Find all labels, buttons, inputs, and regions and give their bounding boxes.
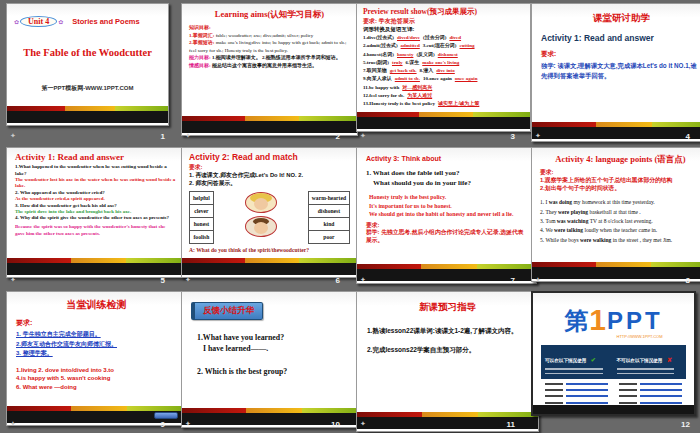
animation-star-icon: ✦	[360, 276, 366, 284]
slide-cell-7: Activity 3: Think about 1. What does the…	[350, 144, 525, 288]
requirement-2: 2. 师友问答展示。	[189, 180, 350, 188]
preview-task: 2.完成lessons22学案自主预习部分。	[367, 345, 528, 355]
exercise-row: 11.be happy with对—感到高兴	[363, 84, 524, 92]
answer-4: Because the spirit was so happy with the…	[15, 224, 176, 238]
question-1: 1.What happened to the woodcutter when h…	[15, 164, 176, 178]
exercise-row: 12.feel sorry for sb.为某人难过	[363, 92, 524, 100]
slide-title: Activity 3: Think about	[366, 155, 527, 162]
think-question-2: What should you do in your life?	[373, 178, 527, 188]
exercise-row: 1.dive(过去式)dived/dove(过去分词)dived	[363, 34, 524, 42]
1ppt-logo: 第 1 PPT	[539, 307, 688, 333]
slide-cell-4: 课堂研讨助学 Activity 1: Read and answer 要求: 独…	[525, 0, 700, 144]
check-icon: ✔	[591, 357, 596, 363]
banner-title: 反馈小结升华	[191, 302, 263, 320]
ability-goal-label: 能力目标:	[189, 55, 211, 60]
slide-title: Learning aims(认知学习目标)	[189, 9, 350, 21]
slide-number: 8	[686, 276, 690, 285]
task-item: 2.师友互动合作交流学友向师傅汇报。	[16, 340, 177, 350]
summary-question-2: 2. Which is the best group?	[197, 366, 352, 377]
animation-star-icon: ✦	[10, 276, 16, 284]
answer-3: The spirit dove into the lake and brough…	[15, 209, 176, 216]
slide-7-thumbnail[interactable]: Activity 3: Think about 1. What does the…	[356, 147, 537, 284]
moral-answer: Honesty truly is the best policy.	[369, 193, 527, 202]
fine-print-placeholder	[617, 368, 675, 376]
slide-number: 7	[511, 276, 515, 285]
slide-cell-5: Activity 1: Read and answer 1.What happe…	[0, 144, 175, 288]
slide-number: 2	[336, 132, 340, 141]
slide-cell-8: Activity 4: language points (语言点) 要求: 1.…	[525, 144, 700, 288]
slide-footer-decoration	[7, 106, 168, 123]
animation-star-icon: ✦	[185, 276, 191, 284]
slide-title: Activity 4: language points (语言点)	[540, 154, 700, 166]
slide-number: 5	[161, 276, 165, 285]
requirement-label: 要求:	[16, 318, 177, 328]
slide-cell-12: 第 1 PPT HTTP://WWW.1PPT.COM 可以在以下情况使用 ✔ …	[525, 288, 700, 432]
requirement-text: 群学: 先独立思考,然后小组内合作讨论完成专人记录,选派代表展示。	[366, 229, 527, 244]
slide-number: 4	[686, 132, 690, 141]
example-sentence: 4. We were talking loudly when the teach…	[540, 226, 700, 235]
example-sentence: 5. While the boys were walking in the st…	[540, 236, 700, 245]
slide-title: 当堂训练检测	[16, 298, 177, 312]
exercise-row: 13.Honesty truly is the best policy诚实至上/…	[363, 100, 524, 108]
exercise-subtitle: 词形转换及短语互译:	[363, 26, 524, 33]
exercise-row: 7.取回某物get back sth.8.潜入dive into	[363, 67, 524, 75]
vocab-text: fable; woodcutter; axe; dive;admit; silv…	[216, 33, 314, 38]
activity-heading: Activity 1: Read and answer	[541, 33, 700, 43]
right-word-table: warm-hearted dishonest kind poor	[308, 191, 350, 244]
slide-title: 新课预习指导	[367, 301, 528, 314]
slide-number: 12	[681, 420, 690, 429]
allowed-usage-title: 可以在以下情况使用	[545, 358, 586, 363]
animation-star-icon: ✦	[360, 420, 366, 428]
spirit-picture	[245, 192, 277, 213]
animation-star-icon: ✦	[185, 420, 191, 428]
answer-key-line: 6. What were —doing	[16, 383, 177, 392]
animation-star-icon: ✦	[360, 132, 366, 140]
usage-terms-banner: 可以在以下情况使用 ✔ 不可以在以下情况使用 ✘	[541, 345, 686, 379]
exercise-row: 5.true(副词)truly6.谋生make one's living	[363, 59, 524, 67]
unit-badge: Unit 4	[20, 16, 57, 27]
summary-answer-stem: I have learned——.	[203, 343, 352, 354]
requirement-2: 2.划出每个句子中的时间状语。	[540, 185, 700, 193]
slide-3-thumbnail[interactable]: Preview result show(预习成果展示) 要求: 学友抢答展示 词…	[356, 3, 531, 132]
unit-topic: Stories and Poems	[72, 17, 140, 26]
slide-cell-11: 新课预习指导 1.熟读lesson22课单词:读课文1-2遍,了解课文内容。 2…	[350, 288, 525, 432]
slide-2-thumbnail[interactable]: Learning aims(认知学习目标) 知识目标: 1.掌握词汇: fabl…	[181, 3, 358, 136]
woodcutter-picture	[245, 216, 277, 237]
slide-10-thumbnail[interactable]: 反馈小结升华 1.What have you learned? I have l…	[181, 291, 362, 428]
cross-icon: ✘	[667, 357, 672, 363]
emotion-goal-text: 能总结出这个寓言故事的寓意并用来指导生活。	[212, 63, 317, 68]
slide-5-thumbnail[interactable]: Activity 1: Read and answer 1.What happe…	[6, 147, 185, 278]
moral-answer: We should get into the habit of honesty …	[369, 210, 527, 219]
template-source: 第一PPT模板网-WWW.1PPT.COM	[7, 84, 168, 93]
moral-answer: It's important for us to be honest.	[369, 202, 527, 211]
slide-4-thumbnail[interactable]: 课堂研讨助学 Activity 1: Read and answer 要求: 独…	[531, 3, 700, 142]
animation-star-icon: ✦	[10, 420, 16, 428]
slide-1-header: ✿ Unit 4 ✿ Stories and Poems	[13, 16, 164, 27]
slide-sorter-grid: ✿ Unit 4 ✿ Stories and Poems The Fable o…	[0, 0, 700, 433]
slide-12-thumbnail[interactable]: 第 1 PPT HTTP://WWW.1PPT.COM 可以在以下情况使用 ✔ …	[531, 291, 696, 416]
knowledge-goal-label: 知识目标:	[189, 25, 211, 30]
slide-cell-9: 当堂训练检测 要求: 1. 学生独立自主完成全部题目。 2.师友互动合作交流学友…	[0, 288, 175, 432]
requirement-label: 要求:	[541, 50, 700, 59]
example-sentence: 2. They were playing basketball at that …	[540, 208, 700, 217]
slide-cell-6: Activity 2: Read and match 要求: 1. 再读课文,师…	[175, 144, 350, 288]
slide-11-thumbnail[interactable]: 新课预习指导 1.熟读lesson22课单词:读课文1-2遍,了解课文内容。 2…	[356, 291, 539, 432]
requirement-label: 要求:	[540, 169, 700, 177]
slide-cell-3: Preview result show(预习成果展示) 要求: 学友抢答展示 词…	[350, 0, 525, 144]
slide-cell-1: ✿ Unit 4 ✿ Stories and Poems The Fable o…	[0, 0, 175, 144]
instruction-text: 独学: 读课文,理解课文大意,完成课本Let's do it NO.1,谁先得到…	[541, 61, 700, 81]
slide-title: 课堂研讨助学	[541, 12, 700, 25]
slide-cell-2: Learning aims(认知学习目标) 知识目标: 1.掌握词汇: fabl…	[175, 0, 350, 144]
slide-6-thumbnail[interactable]: Activity 2: Read and match 要求: 1. 再读课文,师…	[181, 147, 358, 278]
requirement-label: 要求:	[189, 163, 350, 172]
slide-number: 6	[336, 276, 340, 285]
requirement-1: 1. 再读课文,师友合作完成Let's Do It! NO. 2.	[189, 172, 350, 180]
slide-9-thumbnail[interactable]: 当堂训练检测 要求: 1. 学生独立自主完成全部题目。 2.师友互动合作交流学友…	[6, 291, 187, 426]
slide-title: Activity 2: Read and match	[189, 152, 350, 162]
animation-star-icon: ✦	[535, 132, 541, 140]
slide-1-thumbnail[interactable]: ✿ Unit 4 ✿ Stories and Poems The Fable o…	[6, 3, 169, 126]
slide-number: 11	[507, 420, 515, 429]
think-question-1: 1. What does the fable tell you?	[366, 168, 527, 178]
flower-icon: ✿	[58, 18, 63, 25]
slide-8-thumbnail[interactable]: Activity 4: language points (语言点) 要求: 1.…	[531, 147, 700, 282]
